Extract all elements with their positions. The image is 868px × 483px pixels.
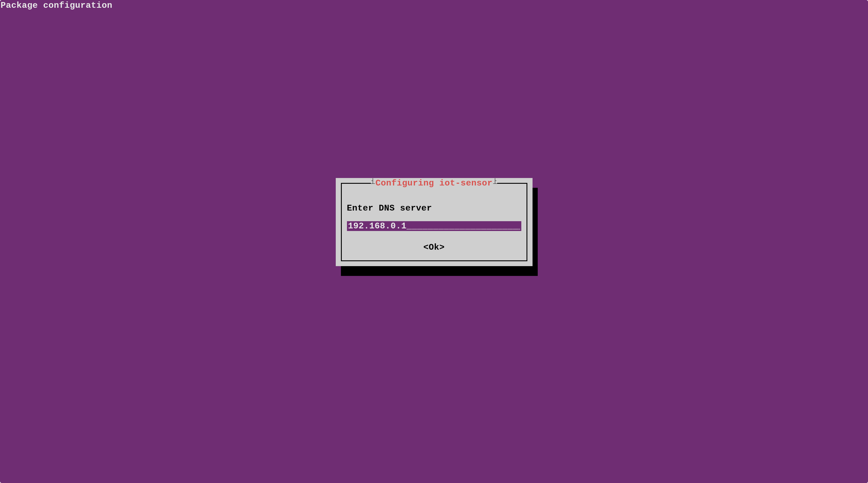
dns-server-input[interactable] [347, 221, 521, 231]
title-left-tee-icon: ┤ [371, 178, 375, 183]
ok-button[interactable]: <Ok> [423, 243, 444, 252]
title-right-tee-icon: ├ [493, 178, 497, 183]
dialog-title: Configuring iot-sensor [375, 178, 493, 188]
dns-prompt-label: Enter DNS server [347, 203, 521, 213]
dialog-title-strip: ┤ Configuring iot-sensor ├ [342, 178, 527, 188]
dialog-panel: ┤ Configuring iot-sensor ├ Enter DNS ser… [336, 178, 532, 266]
dialog-frame: ┤ Configuring iot-sensor ├ Enter DNS ser… [341, 183, 527, 261]
dialog: ┤ Configuring iot-sensor ├ Enter DNS ser… [336, 178, 532, 266]
terminal-screen: Package configuration ┤ Configuring iot-… [0, 0, 868, 483]
page-title: Package configuration [1, 1, 113, 10]
ok-row: <Ok> [347, 243, 521, 252]
